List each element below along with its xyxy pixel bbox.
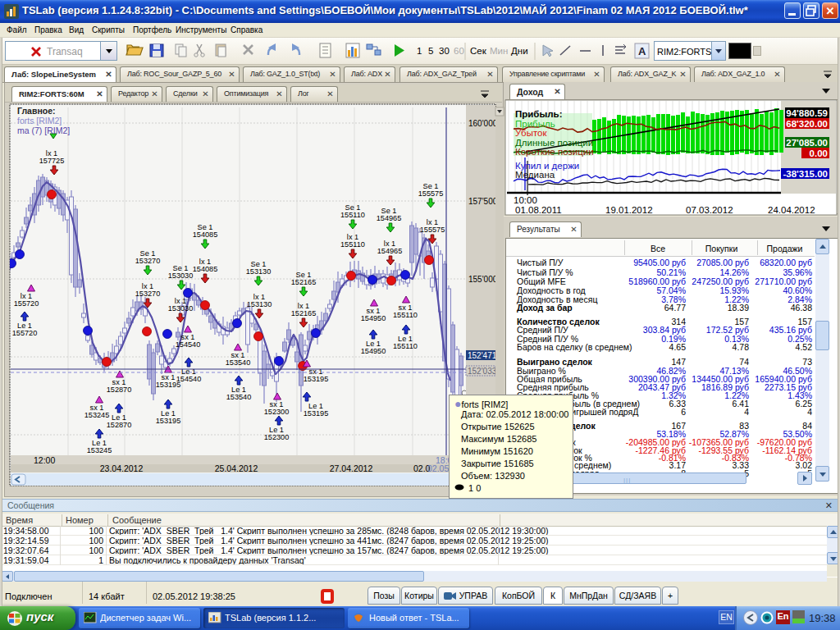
svg-text:30: 30 [439,46,450,56]
svg-text:1: 1 [417,46,422,56]
svg-text:A: A [638,45,646,57]
svg-text:Мин: Мин [490,46,508,56]
svg-text:Дни: Дни [511,46,528,56]
svg-text:Сек: Сек [470,46,487,56]
svg-text:60: 60 [454,46,464,56]
svg-text:5: 5 [428,46,433,56]
